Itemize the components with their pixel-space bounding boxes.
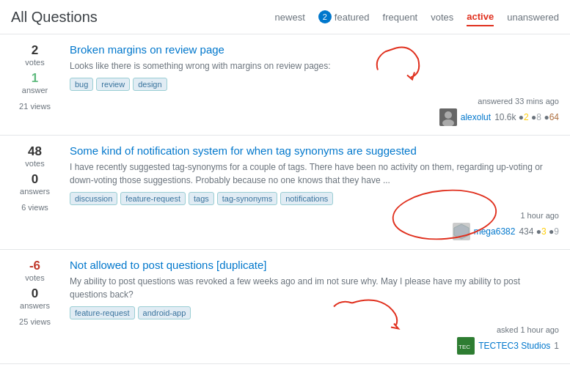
question-stats: -6 votes 0 answers 25 views: [11, 259, 59, 355]
answer-info: 1 hour ago mega6382 434 ●3 ●9: [453, 211, 559, 240]
gold-badge: 3: [541, 226, 547, 237]
answers-label: answers: [20, 187, 50, 196]
question-title[interactable]: Not allowed to post questions [duplicate…: [70, 259, 559, 271]
question-item: -6 votes 0 answers 25 views Not allowed …: [0, 250, 570, 364]
tag[interactable]: tags: [189, 192, 214, 205]
svg-text:TEC: TEC: [458, 344, 470, 350]
views-count: 6 views: [21, 203, 48, 212]
votes-label: votes: [25, 58, 44, 67]
avatar: [439, 108, 457, 126]
tab-newest[interactable]: newest: [275, 9, 305, 26]
answers-block: 0 answers: [20, 172, 50, 196]
silver-badge: 8: [536, 112, 541, 122]
answer-info: answered 33 mins ago alexolut 10.6k ●2: [439, 97, 559, 126]
tag[interactable]: tag-synonyms: [217, 192, 277, 205]
answers-label: answers: [20, 301, 50, 310]
answers-block: 0 answers: [20, 286, 50, 310]
views-count: 25 views: [19, 317, 51, 326]
question-footer: asked 1 hour ago TEC TECTEC3 Studios: [70, 325, 559, 355]
vote-count: 2: [25, 43, 44, 58]
answer-time: asked 1 hour ago: [497, 325, 559, 334]
question-title[interactable]: Broken margins on review page: [70, 43, 559, 56]
page-title: All Questions: [11, 9, 98, 26]
bronze-badge: 64: [549, 112, 559, 122]
tab-frequent[interactable]: frequent: [383, 9, 418, 26]
page-header: All Questions newest 2featured frequent …: [0, 0, 570, 34]
question-excerpt: I have recently suggested tag-synonyms f…: [70, 160, 559, 187]
user-info: alexolut 10.6k ●2 ●8 ●64: [439, 108, 559, 126]
avatar-img: [439, 108, 457, 126]
tag[interactable]: feature-request: [70, 306, 135, 319]
questions-list: 2 votes 1 answer 21 views Broken margins…: [0, 34, 570, 364]
answers-block: 1 answer: [22, 71, 48, 95]
user-info: TEC TECTEC3 Studios 1: [457, 337, 559, 355]
user-name[interactable]: alexolut: [461, 112, 491, 122]
answer-count: 1: [22, 71, 48, 86]
answer-time: answered 33 mins ago: [478, 97, 559, 106]
vote-count: 48: [25, 144, 44, 159]
tab-unanswered[interactable]: unanswered: [507, 9, 559, 26]
avatar: [453, 223, 470, 240]
tag[interactable]: review: [96, 78, 130, 91]
avatar: TEC: [457, 337, 475, 355]
question-excerpt: Looks like there is something wrong with…: [70, 59, 559, 73]
user-name[interactable]: mega6382: [474, 226, 516, 237]
views-count: 21 views: [19, 102, 51, 111]
user-rep: 434 ●3 ●9: [519, 226, 559, 237]
svg-marker-4: [454, 224, 469, 239]
question-content: Some kind of notification system for whe…: [70, 144, 559, 240]
question-excerpt: My ability to post questions was revoked…: [70, 275, 559, 301]
votes-label: votes: [25, 159, 44, 168]
tab-votes[interactable]: votes: [431, 9, 453, 26]
question-title[interactable]: Some kind of notification system for whe…: [70, 144, 559, 157]
tags-row: feature-request android-app: [70, 306, 559, 319]
answer-count: 0: [20, 286, 50, 301]
answer-info: asked 1 hour ago TEC TECTEC3 Studios: [457, 325, 559, 355]
tag[interactable]: notifications: [280, 192, 333, 205]
question-stats: 2 votes 1 answer 21 views: [11, 43, 59, 126]
votes-block: 48 votes: [25, 144, 44, 168]
silver-badge: 9: [554, 226, 559, 237]
question-footer: answered 33 mins ago alexolut 10.6k ●2: [70, 97, 559, 126]
user-rep: 1: [554, 341, 559, 351]
tag[interactable]: discussion: [70, 192, 117, 205]
question-content: Broken margins on review page Looks like…: [70, 43, 559, 126]
featured-badge: 2: [318, 10, 332, 23]
tag[interactable]: bug: [70, 78, 93, 91]
tag[interactable]: feature-request: [120, 192, 186, 205]
question-stats: 48 votes 0 answers 6 views: [11, 144, 59, 240]
tab-active[interactable]: active: [467, 8, 494, 26]
user-info: mega6382 434 ●3 ●9: [453, 223, 559, 240]
user-rep: 10.6k ●2 ●8 ●64: [494, 112, 559, 122]
question-item: 48 votes 0 answers 6 views Some kind of …: [0, 136, 570, 250]
user-name[interactable]: TECTEC3 Studios: [478, 341, 550, 351]
vote-count: -6: [25, 259, 44, 273]
gold-badge: 2: [524, 112, 529, 122]
answers-label: answer: [22, 86, 48, 95]
votes-block: 2 votes: [25, 43, 44, 67]
question-item: 2 votes 1 answer 21 views Broken margins…: [0, 34, 570, 136]
votes-block: -6 votes: [25, 259, 44, 282]
question-footer: 1 hour ago mega6382 434 ●3 ●9: [70, 211, 559, 240]
tags-row: discussion feature-request tags tag-syno…: [70, 192, 559, 205]
tag[interactable]: android-app: [138, 306, 191, 319]
svg-point-1: [445, 111, 452, 119]
votes-label: votes: [25, 273, 44, 282]
answer-count: 0: [20, 172, 50, 187]
tab-featured[interactable]: 2featured: [318, 7, 370, 26]
answer-time: 1 hour ago: [520, 211, 559, 220]
tag[interactable]: design: [133, 78, 167, 91]
tags-row: bug review design: [70, 78, 559, 91]
question-content: Not allowed to post questions [duplicate…: [70, 259, 559, 355]
filter-tabs: newest 2featured frequent votes active u…: [275, 7, 559, 26]
